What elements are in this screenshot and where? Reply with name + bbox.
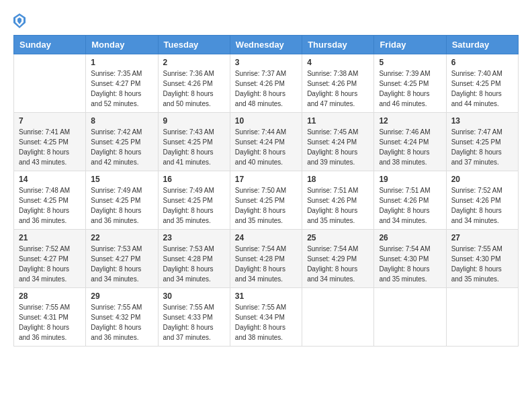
header-day-saturday: Saturday bbox=[446, 36, 518, 54]
header-day-wednesday: Wednesday bbox=[230, 36, 302, 54]
day-number: 20 bbox=[451, 175, 513, 184]
calendar-cell: 7Sunrise: 7:41 AMSunset: 4:25 PMDaylight… bbox=[14, 113, 86, 171]
day-number: 28 bbox=[19, 291, 81, 301]
day-number: 2 bbox=[163, 58, 225, 67]
day-info: Sunrise: 7:40 AMSunset: 4:25 PMDaylight:… bbox=[451, 68, 513, 109]
day-number: 9 bbox=[163, 116, 225, 126]
calendar-cell bbox=[14, 54, 86, 113]
calendar-cell: 6Sunrise: 7:40 AMSunset: 4:25 PMDaylight… bbox=[446, 54, 518, 113]
day-number: 11 bbox=[307, 116, 369, 126]
day-info: Sunrise: 7:36 AMSunset: 4:26 PMDaylight:… bbox=[163, 68, 225, 109]
day-number: 17 bbox=[235, 175, 297, 184]
day-number: 12 bbox=[379, 116, 441, 126]
day-info: Sunrise: 7:54 AMSunset: 4:30 PMDaylight:… bbox=[379, 244, 441, 284]
calendar-cell: 23Sunrise: 7:53 AMSunset: 4:28 PMDayligh… bbox=[158, 230, 230, 288]
day-number: 3 bbox=[235, 58, 297, 67]
calendar-cell: 8Sunrise: 7:42 AMSunset: 4:25 PMDaylight… bbox=[86, 113, 158, 171]
header-day-tuesday: Tuesday bbox=[158, 36, 230, 54]
day-info: Sunrise: 7:51 AMSunset: 4:26 PMDaylight:… bbox=[307, 185, 369, 226]
day-number: 16 bbox=[163, 175, 225, 184]
day-number: 7 bbox=[19, 116, 81, 126]
day-info: Sunrise: 7:51 AMSunset: 4:26 PMDaylight:… bbox=[379, 185, 441, 226]
calendar-cell: 17Sunrise: 7:50 AMSunset: 4:25 PMDayligh… bbox=[230, 171, 302, 230]
day-info: Sunrise: 7:47 AMSunset: 4:25 PMDaylight:… bbox=[451, 127, 513, 167]
calendar-cell: 25Sunrise: 7:54 AMSunset: 4:29 PMDayligh… bbox=[302, 230, 374, 288]
day-info: Sunrise: 7:54 AMSunset: 4:29 PMDaylight:… bbox=[307, 244, 369, 284]
day-number: 19 bbox=[379, 175, 441, 184]
calendar-cell: 21Sunrise: 7:52 AMSunset: 4:27 PMDayligh… bbox=[14, 230, 86, 288]
calendar-cell: 5Sunrise: 7:39 AMSunset: 4:25 PMDaylight… bbox=[374, 54, 446, 113]
calendar-cell: 13Sunrise: 7:47 AMSunset: 4:25 PMDayligh… bbox=[446, 113, 518, 171]
day-info: Sunrise: 7:44 AMSunset: 4:24 PMDaylight:… bbox=[235, 127, 297, 167]
day-number: 31 bbox=[235, 291, 297, 301]
calendar-cell: 31Sunrise: 7:55 AMSunset: 4:34 PMDayligh… bbox=[230, 288, 302, 347]
day-info: Sunrise: 7:50 AMSunset: 4:25 PMDaylight:… bbox=[235, 185, 297, 226]
day-info: Sunrise: 7:39 AMSunset: 4:25 PMDaylight:… bbox=[379, 68, 441, 109]
day-number: 23 bbox=[163, 233, 225, 242]
day-number: 13 bbox=[451, 116, 513, 126]
calendar-cell: 11Sunrise: 7:45 AMSunset: 4:24 PMDayligh… bbox=[302, 113, 374, 171]
day-info: Sunrise: 7:35 AMSunset: 4:27 PMDaylight:… bbox=[91, 68, 152, 109]
week-row-2: 14Sunrise: 7:48 AMSunset: 4:25 PMDayligh… bbox=[14, 171, 519, 230]
week-row-1: 7Sunrise: 7:41 AMSunset: 4:25 PMDaylight… bbox=[14, 113, 519, 171]
day-number: 22 bbox=[91, 233, 152, 242]
day-info: Sunrise: 7:54 AMSunset: 4:28 PMDaylight:… bbox=[235, 244, 297, 284]
calendar-cell: 28Sunrise: 7:55 AMSunset: 4:31 PMDayligh… bbox=[14, 288, 86, 347]
day-info: Sunrise: 7:43 AMSunset: 4:25 PMDaylight:… bbox=[163, 127, 225, 167]
day-info: Sunrise: 7:42 AMSunset: 4:25 PMDaylight:… bbox=[91, 127, 152, 167]
calendar-cell: 14Sunrise: 7:48 AMSunset: 4:25 PMDayligh… bbox=[14, 171, 86, 230]
calendar-cell: 27Sunrise: 7:55 AMSunset: 4:30 PMDayligh… bbox=[446, 230, 518, 288]
day-info: Sunrise: 7:46 AMSunset: 4:24 PMDaylight:… bbox=[379, 127, 441, 167]
day-info: Sunrise: 7:37 AMSunset: 4:26 PMDaylight:… bbox=[235, 68, 297, 109]
logo-icon bbox=[13, 13, 26, 28]
week-row-4: 28Sunrise: 7:55 AMSunset: 4:31 PMDayligh… bbox=[14, 288, 519, 347]
calendar-cell: 24Sunrise: 7:54 AMSunset: 4:28 PMDayligh… bbox=[230, 230, 302, 288]
week-row-0: 1Sunrise: 7:35 AMSunset: 4:27 PMDaylight… bbox=[14, 54, 519, 113]
day-number: 8 bbox=[91, 116, 152, 126]
header bbox=[13, 13, 519, 28]
calendar-cell: 20Sunrise: 7:52 AMSunset: 4:26 PMDayligh… bbox=[446, 171, 518, 230]
day-info: Sunrise: 7:41 AMSunset: 4:25 PMDaylight:… bbox=[19, 127, 81, 167]
calendar-cell: 15Sunrise: 7:49 AMSunset: 4:25 PMDayligh… bbox=[86, 171, 158, 230]
day-info: Sunrise: 7:55 AMSunset: 4:30 PMDaylight:… bbox=[451, 244, 513, 284]
calendar-cell: 26Sunrise: 7:54 AMSunset: 4:30 PMDayligh… bbox=[374, 230, 446, 288]
day-number: 15 bbox=[91, 175, 152, 184]
calendar-cell: 12Sunrise: 7:46 AMSunset: 4:24 PMDayligh… bbox=[374, 113, 446, 171]
calendar-cell: 19Sunrise: 7:51 AMSunset: 4:26 PMDayligh… bbox=[374, 171, 446, 230]
day-number: 25 bbox=[307, 233, 369, 242]
calendar-cell bbox=[302, 288, 374, 347]
calendar-cell bbox=[374, 288, 446, 347]
calendar-cell: 2Sunrise: 7:36 AMSunset: 4:26 PMDaylight… bbox=[158, 54, 230, 113]
calendar-cell: 30Sunrise: 7:55 AMSunset: 4:33 PMDayligh… bbox=[158, 288, 230, 347]
calendar-cell: 9Sunrise: 7:43 AMSunset: 4:25 PMDaylight… bbox=[158, 113, 230, 171]
header-day-monday: Monday bbox=[86, 36, 158, 54]
day-number: 6 bbox=[451, 58, 513, 67]
day-number: 26 bbox=[379, 233, 441, 242]
calendar-cell: 4Sunrise: 7:38 AMSunset: 4:26 PMDaylight… bbox=[302, 54, 374, 113]
day-number: 4 bbox=[307, 58, 369, 67]
day-number: 1 bbox=[91, 58, 152, 67]
day-info: Sunrise: 7:55 AMSunset: 4:33 PMDaylight:… bbox=[163, 302, 225, 342]
day-info: Sunrise: 7:52 AMSunset: 4:27 PMDaylight:… bbox=[19, 244, 81, 284]
day-info: Sunrise: 7:45 AMSunset: 4:24 PMDaylight:… bbox=[307, 127, 369, 167]
day-number: 27 bbox=[451, 233, 513, 242]
calendar-cell: 16Sunrise: 7:49 AMSunset: 4:25 PMDayligh… bbox=[158, 171, 230, 230]
calendar-cell: 1Sunrise: 7:35 AMSunset: 4:27 PMDaylight… bbox=[86, 54, 158, 113]
calendar-cell: 10Sunrise: 7:44 AMSunset: 4:24 PMDayligh… bbox=[230, 113, 302, 171]
day-number: 24 bbox=[235, 233, 297, 242]
day-info: Sunrise: 7:55 AMSunset: 4:32 PMDaylight:… bbox=[91, 302, 152, 342]
day-info: Sunrise: 7:53 AMSunset: 4:27 PMDaylight:… bbox=[91, 244, 152, 284]
day-number: 29 bbox=[91, 291, 152, 301]
day-number: 5 bbox=[379, 58, 441, 67]
header-day-sunday: Sunday bbox=[14, 36, 86, 54]
header-day-friday: Friday bbox=[374, 36, 446, 54]
day-info: Sunrise: 7:52 AMSunset: 4:26 PMDaylight:… bbox=[451, 185, 513, 226]
header-day-thursday: Thursday bbox=[302, 36, 374, 54]
logo bbox=[13, 13, 28, 28]
day-info: Sunrise: 7:49 AMSunset: 4:25 PMDaylight:… bbox=[91, 185, 152, 226]
calendar-cell: 18Sunrise: 7:51 AMSunset: 4:26 PMDayligh… bbox=[302, 171, 374, 230]
day-info: Sunrise: 7:48 AMSunset: 4:25 PMDaylight:… bbox=[19, 185, 81, 226]
calendar-cell: 29Sunrise: 7:55 AMSunset: 4:32 PMDayligh… bbox=[86, 288, 158, 347]
calendar: SundayMondayTuesdayWednesdayThursdayFrid… bbox=[13, 35, 519, 347]
day-number: 21 bbox=[19, 233, 81, 242]
